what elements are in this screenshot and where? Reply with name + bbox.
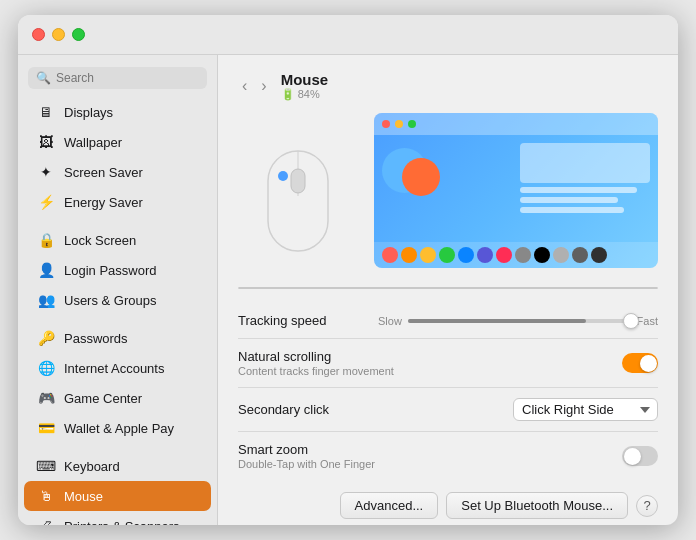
tracking-speed-label: Tracking speed <box>238 313 378 328</box>
bluetooth-button[interactable]: Set Up Bluetooth Mouse... <box>446 492 628 519</box>
preview-dot-green <box>408 120 416 128</box>
screenshot-preview <box>374 113 658 268</box>
secondary-click-label: Secondary click <box>238 402 513 417</box>
secondary-click-label-group: Secondary click <box>238 402 513 417</box>
slider-thumb[interactable] <box>623 313 639 329</box>
sidebar-item-label-energy-saver: Energy Saver <box>64 195 143 210</box>
wallpaper-icon: 🖼 <box>36 132 56 152</box>
sidebar-item-screen-saver[interactable]: ✦Screen Saver <box>24 157 211 187</box>
sidebar-item-label-wallet: Wallet & Apple Pay <box>64 421 174 436</box>
preview-right <box>520 143 650 234</box>
search-box[interactable]: 🔍 <box>28 67 207 89</box>
sidebar-item-wallet[interactable]: 💳Wallet & Apple Pay <box>24 413 211 443</box>
sidebar-divider <box>18 217 217 225</box>
close-button[interactable] <box>32 28 45 41</box>
footer-buttons: Advanced... Set Up Bluetooth Mouse... ? <box>238 492 658 519</box>
smart-zoom-control <box>622 446 658 466</box>
sidebar-item-internet-accounts[interactable]: 🌐Internet Accounts <box>24 353 211 383</box>
back-button[interactable]: ‹ <box>238 75 251 97</box>
color-swatch-5 <box>477 247 493 263</box>
color-swatch-10 <box>572 247 588 263</box>
displays-icon: 🖥 <box>36 102 56 122</box>
maximize-button[interactable] <box>72 28 85 41</box>
sidebar-items: 🖥Displays🖼Wallpaper✦Screen Saver⚡Energy … <box>18 97 217 525</box>
forward-button[interactable]: › <box>257 75 270 97</box>
tracking-speed-control: Slow Fast <box>378 315 658 327</box>
preview-circle-orange <box>402 158 440 196</box>
natural-scrolling-label: Natural scrolling <box>238 349 622 364</box>
lock-screen-icon: 🔒 <box>36 230 56 250</box>
color-swatch-7 <box>515 247 531 263</box>
sidebar-item-users-groups[interactable]: 👥Users & Groups <box>24 285 211 315</box>
sidebar-item-label-screen-saver: Screen Saver <box>64 165 143 180</box>
sidebar-item-game-center[interactable]: 🎮Game Center <box>24 383 211 413</box>
smart-zoom-toggle[interactable] <box>622 446 658 466</box>
minimize-button[interactable] <box>52 28 65 41</box>
sidebar-item-login-password[interactable]: 👤Login Password <box>24 255 211 285</box>
preview-line-2 <box>520 197 618 203</box>
preview-left <box>382 143 512 234</box>
tracking-speed-track[interactable] <box>408 319 631 323</box>
secondary-click-dropdown[interactable]: Click Right SideClick Left SideClick Bot… <box>513 398 658 421</box>
smart-zoom-toggle-knob <box>624 448 641 465</box>
page-title-area: Mouse 🔋 84% <box>281 71 329 101</box>
keyboard-icon: ⌨ <box>36 456 56 476</box>
natural-scrolling-toggle[interactable] <box>622 353 658 373</box>
main-panel: ‹ › Mouse 🔋 84% <box>218 55 678 525</box>
help-button[interactable]: ? <box>636 495 658 517</box>
sidebar-item-energy-saver[interactable]: ⚡Energy Saver <box>24 187 211 217</box>
tracking-speed-fast: Fast <box>637 315 658 327</box>
tab-more-gestures[interactable]: More Gestures <box>448 288 657 289</box>
sidebar-divider <box>18 315 217 323</box>
smart-zoom-label-group: Smart zoom Double-Tap with One Finger <box>238 442 622 470</box>
sidebar-item-printers-scanners[interactable]: 🖨Printers & Scanners <box>24 511 211 525</box>
color-swatch-2 <box>420 247 436 263</box>
screen-saver-icon: ✦ <box>36 162 56 182</box>
sidebar-item-displays[interactable]: 🖥Displays <box>24 97 211 127</box>
sidebar-item-label-login-password: Login Password <box>64 263 157 278</box>
color-swatch-3 <box>439 247 455 263</box>
mouse-graphic <box>238 113 358 273</box>
smart-zoom-row: Smart zoom Double-Tap with One Finger <box>238 432 658 480</box>
natural-scrolling-row: Natural scrolling Content tracks finger … <box>238 339 658 388</box>
color-swatches <box>374 242 658 268</box>
printers-scanners-icon: 🖨 <box>36 516 56 525</box>
page-title: Mouse <box>281 71 329 88</box>
secondary-click-control: Click Right SideClick Left SideClick Bot… <box>513 398 658 421</box>
natural-scrolling-label-group: Natural scrolling Content tracks finger … <box>238 349 622 377</box>
game-center-icon: 🎮 <box>36 388 56 408</box>
sidebar-item-label-users-groups: Users & Groups <box>64 293 156 308</box>
color-swatch-9 <box>553 247 569 263</box>
sidebar-item-label-printers-scanners: Printers & Scanners <box>64 519 180 526</box>
search-input[interactable] <box>56 71 199 85</box>
users-groups-icon: 👥 <box>36 290 56 310</box>
svg-point-3 <box>278 171 288 181</box>
sidebar-item-lock-screen[interactable]: 🔒Lock Screen <box>24 225 211 255</box>
sidebar-item-mouse[interactable]: 🖱Mouse <box>24 481 211 511</box>
internet-accounts-icon: 🌐 <box>36 358 56 378</box>
natural-scrolling-sublabel: Content tracks finger movement <box>238 365 622 377</box>
tab-point-click[interactable]: Point & Click <box>239 288 448 289</box>
sidebar-item-label-keyboard: Keyboard <box>64 459 120 474</box>
sidebar-item-label-lock-screen: Lock Screen <box>64 233 136 248</box>
smart-zoom-label: Smart zoom <box>238 442 622 457</box>
tracking-speed-label-group: Tracking speed <box>238 313 378 328</box>
mouse-icon: 🖱 <box>36 486 56 506</box>
sidebar-item-label-wallpaper: Wallpaper <box>64 135 122 150</box>
sidebar-item-wallpaper[interactable]: 🖼Wallpaper <box>24 127 211 157</box>
secondary-click-row: Secondary click Click Right SideClick Le… <box>238 388 658 432</box>
toggle-knob <box>640 355 657 372</box>
natural-scrolling-control <box>622 353 658 373</box>
sidebar-item-passwords[interactable]: 🔑Passwords <box>24 323 211 353</box>
advanced-button[interactable]: Advanced... <box>340 492 439 519</box>
preview-line-3 <box>520 207 624 213</box>
system-preferences-window: 🔍 🖥Displays🖼Wallpaper✦Screen Saver⚡Energ… <box>18 15 678 525</box>
preview-line-img <box>520 143 650 183</box>
sidebar-item-label-mouse: Mouse <box>64 489 103 504</box>
tracking-speed-row: Tracking speed Slow Fast <box>238 303 658 339</box>
preview-body <box>374 135 658 242</box>
preview-line-1 <box>520 187 637 193</box>
sidebar-item-keyboard[interactable]: ⌨Keyboard <box>24 451 211 481</box>
sidebar-divider <box>18 443 217 451</box>
color-swatch-1 <box>401 247 417 263</box>
